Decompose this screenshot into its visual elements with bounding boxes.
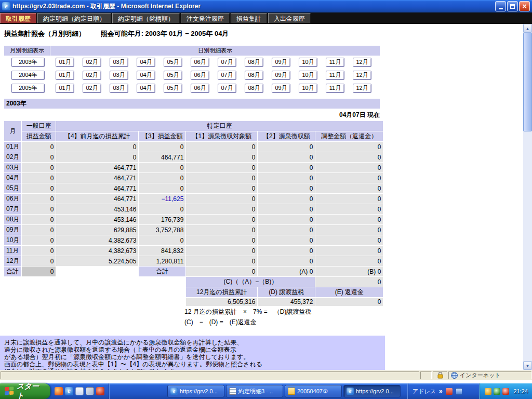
table-row: 01月000000 xyxy=(4,142,383,152)
cell-value: 0 xyxy=(139,183,185,193)
quick-launch: e xyxy=(50,383,109,399)
selector-year-row: 2004年01月02月03月04月05月06月07月08月09月10月11月12… xyxy=(4,69,380,82)
status-bar: インターネット xyxy=(0,370,532,380)
deskband-icon[interactable] xyxy=(456,388,462,395)
globe-icon xyxy=(451,372,458,379)
month-button[interactable]: 10月 xyxy=(299,84,317,93)
month-button[interactable]: 09月 xyxy=(272,58,290,67)
month-button[interactable]: 08月 xyxy=(245,84,263,93)
internet-explorer-icon: e xyxy=(347,388,354,395)
month-button[interactable]: 07月 xyxy=(218,71,236,80)
month-button[interactable]: 08月 xyxy=(245,58,263,67)
month-button[interactable]: 04月 xyxy=(137,84,155,93)
address-band[interactable]: アドレス » xyxy=(408,383,462,399)
year-button[interactable]: 2005年 xyxy=(11,84,45,93)
month-button[interactable]: 10月 xyxy=(299,58,317,67)
month-button[interactable]: 01月 xyxy=(56,71,74,80)
nav-tab[interactable]: 約定明細（約定日順） xyxy=(37,13,111,23)
scroll-down-button[interactable]: ▼ xyxy=(523,361,532,370)
cell-value: 0 xyxy=(186,173,257,183)
scrollbar-thumb[interactable] xyxy=(523,33,532,131)
month-button[interactable]: 06月 xyxy=(191,71,209,80)
firefox-icon[interactable] xyxy=(55,387,63,395)
lock-icon xyxy=(437,372,443,379)
taskbar-window-button[interactable]: ehttps://grv2.0... xyxy=(167,385,224,397)
month-button[interactable]: 06月 xyxy=(191,58,209,67)
month-button[interactable]: 07月 xyxy=(218,58,236,67)
month-button[interactable]: 12月 xyxy=(353,84,371,93)
internet-explorer-icon[interactable]: e xyxy=(65,387,73,395)
month-button[interactable]: 05月 xyxy=(164,58,182,67)
taskbar-clock: 21:24 xyxy=(513,388,528,394)
show-desktop-icon[interactable] xyxy=(86,387,94,395)
taskbar-window-button[interactable]: ehttps://grv2.0... xyxy=(343,385,401,397)
month-button[interactable]: 03月 xyxy=(110,58,128,67)
month-button[interactable]: 10月 xyxy=(299,71,317,80)
vertical-scrollbar[interactable]: ▲ ▼ xyxy=(523,24,532,370)
table-row: 03月0464,7710000 xyxy=(4,163,383,172)
note-line: 月末に譲渡損益を通算して、月中の譲渡益にかかる源泉徴収金額を再計算した結果、 xyxy=(4,339,381,346)
month-button[interactable]: 02月 xyxy=(83,84,101,93)
month-button[interactable]: 01月 xyxy=(56,58,74,67)
cell-value: 0 xyxy=(186,142,257,152)
chevron-icon[interactable]: » xyxy=(439,388,443,395)
cell-value: 0 xyxy=(315,256,383,266)
nav-tab[interactable]: 入出金履歴 xyxy=(268,13,311,23)
month-button[interactable]: 02月 xyxy=(83,71,101,80)
maximize-button[interactable] xyxy=(507,1,518,11)
row-month-label: 10月 xyxy=(4,235,21,245)
month-button[interactable]: 08月 xyxy=(245,71,263,80)
media-player-icon[interactable] xyxy=(96,387,104,395)
month-button[interactable]: 11月 xyxy=(326,71,344,80)
month-button[interactable]: 07月 xyxy=(218,84,236,93)
month-button[interactable]: 12月 xyxy=(353,58,371,67)
month-button[interactable]: 11月 xyxy=(326,58,344,67)
scroll-up-button[interactable]: ▲ xyxy=(523,24,532,33)
month-button[interactable]: 03月 xyxy=(110,84,128,93)
start-button[interactable]: スタート xyxy=(0,383,50,399)
month-button[interactable]: 06月 xyxy=(191,84,209,93)
cell-value: 0 xyxy=(22,194,56,204)
month-button[interactable]: 03月 xyxy=(110,71,128,80)
taskbar-window-button[interactable]: 20050407② xyxy=(285,385,342,397)
mail-icon[interactable] xyxy=(75,387,84,395)
month-button[interactable]: 12月 xyxy=(353,71,371,80)
nav-tab[interactable]: 損益集計 xyxy=(231,13,267,23)
month-button[interactable]: 09月 xyxy=(272,71,290,80)
nav-tab[interactable]: 約定明細（銘柄順） xyxy=(112,13,180,23)
minimize-icon xyxy=(499,8,503,9)
total-withheld-value: (A) 0 xyxy=(258,267,315,276)
antivirus-tray-icon[interactable] xyxy=(502,388,509,395)
nav-tab[interactable]: 注文発注履歴 xyxy=(181,13,230,23)
nav-tab[interactable]: 取引履歴 xyxy=(0,13,36,23)
year-button[interactable]: 2003年 xyxy=(11,58,45,67)
language-bar-icon[interactable] xyxy=(446,388,453,395)
month-button[interactable]: 09月 xyxy=(272,84,290,93)
month-button[interactable]: 02月 xyxy=(83,58,101,67)
cell-value: 0 xyxy=(22,256,56,266)
month-button[interactable]: 11月 xyxy=(326,84,344,93)
zone-label: インターネット xyxy=(460,371,501,379)
close-button[interactable]: × xyxy=(519,1,530,11)
taskbar-window-button[interactable]: 約定明細3 - .. xyxy=(226,385,283,397)
month-button[interactable]: 05月 xyxy=(164,71,182,80)
maximize-icon xyxy=(510,4,515,9)
messenger-tray-icon[interactable] xyxy=(494,388,500,395)
year-button[interactable]: 2004年 xyxy=(11,71,45,80)
address-band-label: アドレス xyxy=(413,388,436,395)
summary-value-row: 6,505,316 455,372 0 xyxy=(4,298,383,306)
month-button[interactable]: 01月 xyxy=(56,84,74,93)
month-button[interactable]: 05月 xyxy=(164,84,182,93)
month-button[interactable]: 04月 xyxy=(137,71,155,80)
cell-value: 5,224,505 xyxy=(56,256,138,266)
cell-value: 0 xyxy=(258,142,315,152)
col-header-month: 月 xyxy=(4,121,21,141)
cell-value: 0 xyxy=(22,235,56,245)
cell-value: 453,146 xyxy=(56,204,138,214)
note-line: 画面の都合上、郵便物の表現と表中【1】〜【4】の表現が異なります。郵便物と照合さ… xyxy=(4,361,381,368)
subheader-row: 損益金額 【4】前月迄の損益累計【3】損益金額【1】源泉徴収対象額【2】源泉徴収… xyxy=(4,131,383,141)
update-tray-icon[interactable] xyxy=(485,388,491,395)
month-button[interactable]: 04月 xyxy=(137,58,155,67)
minimize-button[interactable] xyxy=(495,1,506,11)
summary-header-row: 12月迄の損益累計 (D) 譲渡益税 (E) 返還金 xyxy=(4,287,383,297)
